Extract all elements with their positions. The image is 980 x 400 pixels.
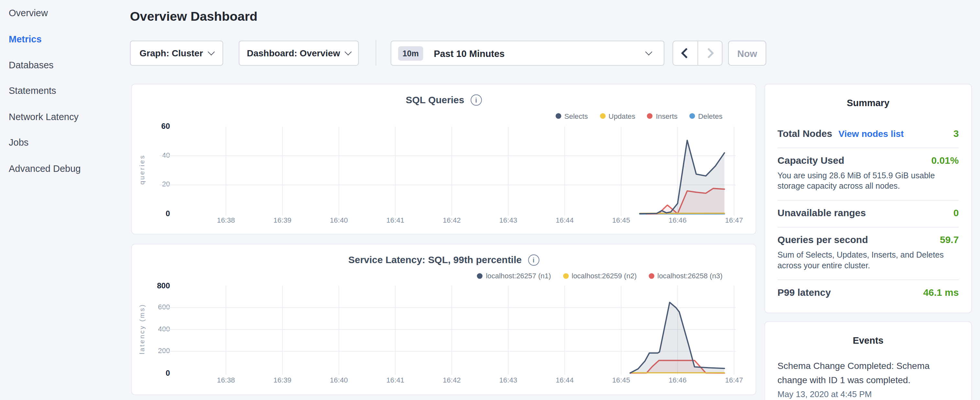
legend-dot-icon — [689, 113, 695, 119]
chevron-right-icon — [703, 48, 714, 59]
summary-row-unavailable-ranges: Unavailable ranges 0 — [778, 200, 959, 227]
chart-legend: SelectsUpdatesInsertsDeletes — [555, 112, 722, 120]
graph-dropdown[interactable]: Graph: Cluster — [130, 41, 223, 66]
summary-row-label: Capacity Used — [778, 155, 844, 166]
summary-row-queries-per-second: Queries per second 59.7 Sum of Selects, … — [778, 227, 959, 280]
legend-item[interactable]: Updates — [600, 112, 635, 120]
time-range-badge: 10m — [398, 46, 423, 60]
summary-row-description: Sum of Selects, Updates, Inserts, and De… — [778, 249, 959, 271]
legend-item[interactable]: localhost:26257 (n1) — [477, 272, 551, 279]
controls-divider — [375, 40, 376, 66]
sidebar-item-metrics[interactable]: Metrics — [0, 26, 130, 52]
time-step-forward-button[interactable] — [698, 41, 722, 65]
sidebar-item-jobs[interactable]: Jobs — [0, 129, 130, 155]
legend-item[interactable]: Inserts — [647, 112, 678, 120]
events-panel: Events Schema Change Completed: Schema c… — [765, 321, 972, 400]
chevron-down-icon — [345, 48, 352, 55]
time-range-label: Past 10 Minutes — [434, 48, 505, 59]
summary-row-value: 0 — [953, 207, 959, 218]
dashboard-dropdown[interactable]: Dashboard: Overview — [239, 41, 359, 66]
legend-dot-icon — [477, 273, 483, 278]
chevron-down-icon — [208, 48, 215, 55]
sql-queries-chart-card: SQL Queries i 16:3816:3916:4016:4116:421… — [131, 83, 756, 234]
chevron-down-icon — [645, 48, 652, 55]
service-latency-chart-card: Service Latency: SQL, 99th percentile i … — [131, 244, 756, 395]
chart-plot-area[interactable] — [132, 84, 757, 235]
event-text: Schema Change Completed: Schema change w… — [778, 359, 959, 388]
summary-row-description: You are using 28.6 MiB of 515.9 GiB usab… — [778, 170, 959, 191]
event-list-item[interactable]: Schema Change Completed: Schema change w… — [778, 359, 959, 399]
chart-legend: localhost:26257 (n1)localhost:26259 (n2)… — [477, 272, 723, 279]
now-button[interactable]: Now — [728, 41, 767, 66]
sidebar-item-databases[interactable]: Databases — [0, 52, 130, 78]
event-timestamp: May 13, 2020 at 4:45 PM — [778, 389, 959, 399]
summary-row-label: Unavailable ranges — [778, 207, 866, 218]
events-title: Events — [778, 322, 959, 346]
legend-dot-icon — [563, 273, 568, 278]
time-step-back-button[interactable] — [673, 41, 698, 65]
legend-label: Deletes — [698, 112, 722, 120]
summary-row-total-nodes: Total Nodes View nodes list 3 — [778, 121, 959, 148]
legend-dot-icon — [647, 113, 652, 119]
app-root: Overview Metrics Databases Statements Ne… — [0, 0, 980, 400]
sidebar-item-overview[interactable]: Overview — [0, 0, 130, 26]
legend-item[interactable]: localhost:26258 (n3) — [649, 272, 722, 279]
legend-label: localhost:26259 (n2) — [572, 272, 637, 279]
legend-dot-icon — [600, 113, 605, 119]
summary-row-label: Queries per second — [778, 234, 868, 245]
chart-plot-area[interactable] — [132, 244, 757, 395]
summary-row-value: 3 — [953, 128, 959, 139]
summary-panel: Summary Total Nodes View nodes list 3 Ca… — [765, 83, 972, 313]
summary-row-value: 59.7 — [940, 234, 959, 245]
summary-row-label: Total Nodes — [778, 128, 832, 139]
time-range-dropdown[interactable]: 10m Past 10 Minutes — [390, 41, 664, 66]
legend-label: Inserts — [656, 112, 678, 120]
sidebar-item-advanced-debug[interactable]: Advanced Debug — [0, 155, 130, 181]
legend-item[interactable]: localhost:26259 (n2) — [563, 272, 637, 279]
legend-item[interactable]: Deletes — [689, 112, 722, 120]
page-title: Overview Dashboard — [130, 9, 258, 24]
summary-row-value: 46.1 ms — [923, 287, 959, 298]
summary-row-value: 0.01% — [931, 155, 959, 166]
sidebar-item-statements[interactable]: Statements — [0, 78, 130, 104]
time-step-buttons — [673, 41, 723, 66]
summary-row-p99-latency: P99 latency 46.1 ms — [778, 280, 959, 306]
summary-row-label: P99 latency — [778, 287, 831, 298]
legend-label: localhost:26258 (n3) — [657, 272, 722, 279]
summary-title: Summary — [778, 84, 959, 108]
legend-label: Selects — [564, 112, 588, 120]
sidebar: Overview Metrics Databases Statements Ne… — [0, 0, 130, 400]
legend-label: localhost:26257 (n1) — [486, 272, 551, 279]
summary-row-capacity-used: Capacity Used 0.01% You are using 28.6 M… — [778, 148, 959, 200]
legend-dot-icon — [649, 273, 654, 278]
legend-item[interactable]: Selects — [555, 112, 588, 120]
view-nodes-list-link[interactable]: View nodes list — [838, 129, 904, 139]
sidebar-item-network-latency[interactable]: Network Latency — [0, 104, 130, 129]
chevron-left-icon — [681, 48, 692, 59]
legend-label: Updates — [609, 112, 635, 120]
legend-dot-icon — [555, 113, 561, 119]
graph-dropdown-label: Graph: Cluster — [140, 48, 203, 58]
dashboard-dropdown-label: Dashboard: Overview — [247, 48, 340, 58]
